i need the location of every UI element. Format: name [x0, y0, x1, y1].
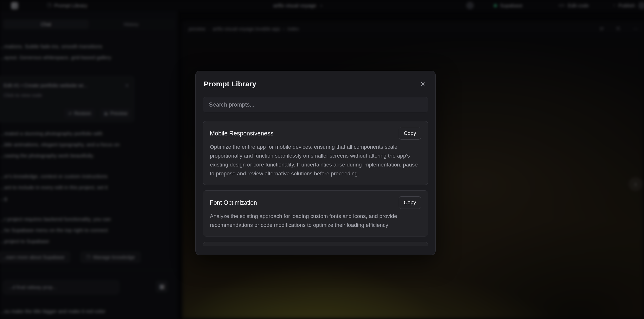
prompt-list: Mobile Responsiveness Copy Optimize the …	[203, 121, 428, 246]
prompt-card-mobile-responsiveness: Mobile Responsiveness Copy Optimize the …	[203, 121, 428, 185]
copy-button[interactable]: Copy	[399, 196, 421, 209]
close-icon: ✕	[420, 80, 426, 88]
copy-button[interactable]: Copy	[399, 127, 421, 140]
app-window: ❒ Prompt Library artfix visual voyage ⌄ …	[0, 0, 644, 319]
modal-title: Prompt Library	[204, 80, 256, 88]
prompt-library-modal: Prompt Library ✕ Mobile Responsiveness C…	[196, 71, 436, 255]
prompt-card-partial	[203, 242, 428, 246]
prompt-description: Analyze the existing approach for loadin…	[210, 212, 421, 230]
prompt-card-font-optimization: Font Optimization Copy Analyze the exist…	[203, 190, 428, 236]
search-input[interactable]	[203, 97, 428, 112]
prompt-description: Optimize the entire app for mobile devic…	[210, 142, 421, 178]
modal-close-button[interactable]: ✕	[418, 79, 428, 89]
prompt-title: Font Optimization	[210, 199, 257, 206]
prompt-title: Mobile Responsiveness	[210, 130, 274, 137]
